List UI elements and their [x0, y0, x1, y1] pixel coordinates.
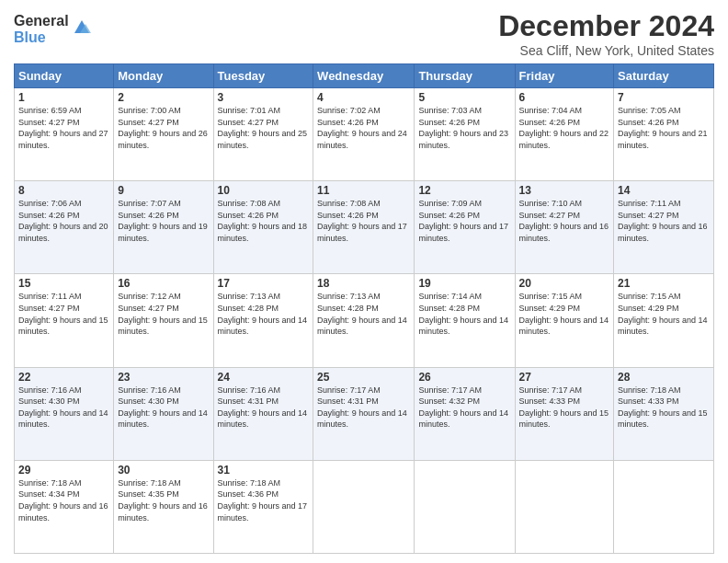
day-cell: 2Sunrise: 7:00 AMSunset: 4:27 PMDaylight…	[114, 88, 213, 181]
day-number: 15	[18, 277, 109, 290]
day-cell: 17Sunrise: 7:13 AMSunset: 4:28 PMDayligh…	[213, 274, 313, 367]
day-number: 21	[618, 277, 710, 290]
day-number: 16	[118, 277, 209, 290]
day-number: 27	[519, 371, 610, 384]
day-cell: 12Sunrise: 7:09 AMSunset: 4:26 PMDayligh…	[415, 181, 515, 274]
day-number: 30	[118, 464, 209, 477]
day-cell: 1Sunrise: 6:59 AMSunset: 4:27 PMDaylight…	[15, 88, 114, 181]
day-cell	[515, 460, 614, 553]
day-number: 14	[618, 184, 710, 197]
day-number: 24	[218, 371, 310, 384]
day-number: 7	[618, 91, 710, 104]
day-cell: 7Sunrise: 7:05 AMSunset: 4:26 PMDaylight…	[614, 88, 714, 181]
day-cell: 5Sunrise: 7:03 AMSunset: 4:26 PMDaylight…	[415, 88, 515, 181]
day-cell: 8Sunrise: 7:06 AMSunset: 4:26 PMDaylight…	[15, 181, 114, 274]
day-info: Sunrise: 7:09 AMSunset: 4:26 PMDaylight:…	[418, 199, 508, 243]
day-info: Sunrise: 7:06 AMSunset: 4:26 PMDaylight:…	[18, 199, 108, 243]
day-info: Sunrise: 7:15 AMSunset: 4:29 PMDaylight:…	[519, 292, 609, 336]
day-cell: 24Sunrise: 7:16 AMSunset: 4:31 PMDayligh…	[213, 367, 313, 460]
day-info: Sunrise: 7:18 AMSunset: 4:34 PMDaylight:…	[18, 478, 108, 523]
day-info: Sunrise: 6:59 AMSunset: 4:27 PMDaylight:…	[18, 106, 108, 150]
day-cell: 3Sunrise: 7:01 AMSunset: 4:27 PMDaylight…	[213, 88, 313, 181]
day-number: 4	[317, 91, 410, 104]
day-cell: 6Sunrise: 7:04 AMSunset: 4:26 PMDaylight…	[515, 88, 614, 181]
day-number: 2	[118, 91, 209, 104]
day-info: Sunrise: 7:16 AMSunset: 4:30 PMDaylight:…	[18, 385, 108, 430]
day-number: 9	[118, 184, 209, 197]
day-info: Sunrise: 7:18 AMSunset: 4:35 PMDaylight:…	[118, 478, 208, 523]
day-cell: 28Sunrise: 7:18 AMSunset: 4:33 PMDayligh…	[614, 367, 714, 460]
day-number: 20	[519, 277, 610, 290]
header-day-monday: Monday	[114, 64, 213, 88]
page: General Blue December 2024 Sea Cliff, Ne…	[0, 0, 728, 563]
day-cell: 19Sunrise: 7:14 AMSunset: 4:28 PMDayligh…	[415, 274, 515, 367]
logo-icon	[71, 17, 93, 39]
day-info: Sunrise: 7:17 AMSunset: 4:32 PMDaylight:…	[418, 385, 508, 430]
logo-blue-text: Blue	[14, 29, 69, 46]
day-cell: 16Sunrise: 7:12 AMSunset: 4:27 PMDayligh…	[114, 274, 213, 367]
week-row-1: 1Sunrise: 6:59 AMSunset: 4:27 PMDaylight…	[15, 88, 714, 181]
subtitle: Sea Cliff, New York, United States	[498, 43, 714, 58]
day-cell: 23Sunrise: 7:16 AMSunset: 4:30 PMDayligh…	[114, 367, 213, 460]
day-info: Sunrise: 7:18 AMSunset: 4:33 PMDaylight:…	[618, 385, 708, 430]
logo-general-text: General	[14, 13, 69, 29]
header-row: SundayMondayTuesdayWednesdayThursdayFrid…	[15, 64, 714, 88]
day-number: 18	[317, 277, 410, 290]
day-number: 5	[418, 91, 510, 104]
day-info: Sunrise: 7:16 AMSunset: 4:31 PMDaylight:…	[218, 385, 308, 430]
header-day-sunday: Sunday	[15, 64, 114, 88]
week-row-5: 29Sunrise: 7:18 AMSunset: 4:34 PMDayligh…	[15, 460, 714, 553]
day-info: Sunrise: 7:18 AMSunset: 4:36 PMDaylight:…	[218, 478, 308, 523]
day-number: 11	[317, 184, 410, 197]
day-info: Sunrise: 7:13 AMSunset: 4:28 PMDaylight:…	[218, 292, 308, 336]
day-info: Sunrise: 7:11 AMSunset: 4:27 PMDaylight:…	[618, 199, 708, 243]
day-cell: 22Sunrise: 7:16 AMSunset: 4:30 PMDayligh…	[15, 367, 114, 460]
header-day-tuesday: Tuesday	[213, 64, 313, 88]
day-number: 8	[18, 184, 109, 197]
day-info: Sunrise: 7:15 AMSunset: 4:29 PMDaylight:…	[618, 292, 708, 336]
header-day-thursday: Thursday	[415, 64, 515, 88]
day-info: Sunrise: 7:17 AMSunset: 4:33 PMDaylight:…	[519, 385, 609, 430]
day-cell: 21Sunrise: 7:15 AMSunset: 4:29 PMDayligh…	[614, 274, 714, 367]
day-cell	[313, 460, 415, 553]
day-number: 1	[18, 91, 109, 104]
day-number: 10	[218, 184, 310, 197]
day-info: Sunrise: 7:07 AMSunset: 4:26 PMDaylight:…	[118, 199, 208, 243]
day-cell: 10Sunrise: 7:08 AMSunset: 4:26 PMDayligh…	[213, 181, 313, 274]
day-number: 31	[218, 464, 310, 477]
day-number: 29	[18, 464, 109, 477]
day-cell: 13Sunrise: 7:10 AMSunset: 4:27 PMDayligh…	[515, 181, 614, 274]
day-number: 3	[218, 91, 310, 104]
day-cell: 15Sunrise: 7:11 AMSunset: 4:27 PMDayligh…	[15, 274, 114, 367]
day-info: Sunrise: 7:17 AMSunset: 4:31 PMDaylight:…	[317, 385, 407, 430]
week-row-4: 22Sunrise: 7:16 AMSunset: 4:30 PMDayligh…	[15, 367, 714, 460]
header-day-saturday: Saturday	[614, 64, 714, 88]
day-info: Sunrise: 7:11 AMSunset: 4:27 PMDaylight:…	[18, 292, 108, 336]
main-title: December 2024	[498, 9, 714, 43]
day-number: 13	[519, 184, 610, 197]
day-cell: 26Sunrise: 7:17 AMSunset: 4:32 PMDayligh…	[415, 367, 515, 460]
week-row-2: 8Sunrise: 7:06 AMSunset: 4:26 PMDaylight…	[15, 181, 714, 274]
logo: General Blue	[14, 13, 93, 45]
day-cell: 20Sunrise: 7:15 AMSunset: 4:29 PMDayligh…	[515, 274, 614, 367]
day-cell: 30Sunrise: 7:18 AMSunset: 4:35 PMDayligh…	[114, 460, 213, 553]
day-info: Sunrise: 7:16 AMSunset: 4:30 PMDaylight:…	[118, 385, 208, 430]
day-number: 19	[418, 277, 510, 290]
day-cell: 18Sunrise: 7:13 AMSunset: 4:28 PMDayligh…	[313, 274, 415, 367]
day-info: Sunrise: 7:08 AMSunset: 4:26 PMDaylight:…	[317, 199, 407, 243]
day-info: Sunrise: 7:13 AMSunset: 4:28 PMDaylight:…	[317, 292, 407, 336]
day-info: Sunrise: 7:02 AMSunset: 4:26 PMDaylight:…	[317, 106, 407, 150]
day-number: 17	[218, 277, 310, 290]
header-day-friday: Friday	[515, 64, 614, 88]
day-cell: 27Sunrise: 7:17 AMSunset: 4:33 PMDayligh…	[515, 367, 614, 460]
week-row-3: 15Sunrise: 7:11 AMSunset: 4:27 PMDayligh…	[15, 274, 714, 367]
calendar: SundayMondayTuesdayWednesdayThursdayFrid…	[14, 63, 714, 554]
day-cell: 31Sunrise: 7:18 AMSunset: 4:36 PMDayligh…	[213, 460, 313, 553]
day-info: Sunrise: 7:01 AMSunset: 4:27 PMDaylight:…	[218, 106, 308, 150]
day-info: Sunrise: 7:08 AMSunset: 4:26 PMDaylight:…	[218, 199, 308, 243]
day-info: Sunrise: 7:12 AMSunset: 4:27 PMDaylight:…	[118, 292, 208, 336]
day-cell	[415, 460, 515, 553]
day-cell: 11Sunrise: 7:08 AMSunset: 4:26 PMDayligh…	[313, 181, 415, 274]
day-number: 28	[618, 371, 710, 384]
day-number: 6	[519, 91, 610, 104]
